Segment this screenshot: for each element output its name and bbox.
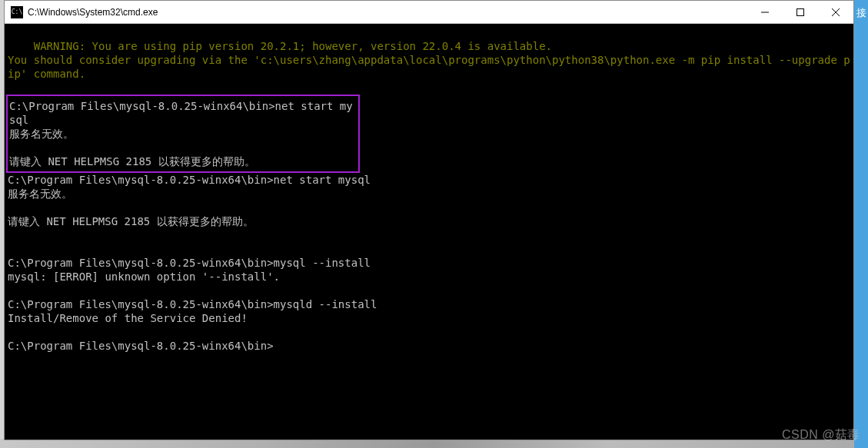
close-button[interactable] <box>818 1 853 24</box>
output-line: mysql: [ERROR] unknown option '--install… <box>8 270 280 283</box>
output-line: 服务名无效。 <box>9 128 74 140</box>
pip-warning-line2: You should consider upgrading via the 'c… <box>8 54 850 80</box>
prompt-line: C:\Program Files\mysql-8.0.25-winx64\bin… <box>8 174 371 186</box>
window-title: C:\Windows\System32\cmd.exe <box>28 7 747 18</box>
svg-rect-1 <box>797 8 804 15</box>
prompt-cursor: C:\Program Files\mysql-8.0.25-winx64\bin… <box>8 340 274 352</box>
prompt-line: C:\Program Files\mysql-8.0.25-winx64\bin… <box>8 298 377 310</box>
titlebar[interactable]: C:\ C:\Windows\System32\cmd.exe <box>5 1 853 24</box>
output-line: 服务名无效。 <box>8 187 72 200</box>
maximize-button[interactable] <box>783 1 818 24</box>
terminal-output[interactable]: WARNING: You are using pip version 20.2.… <box>5 24 853 440</box>
window-controls <box>747 1 853 24</box>
cmd-window: C:\ C:\Windows\System32\cmd.exe WARNING:… <box>4 0 854 440</box>
blank-line <box>8 81 850 95</box>
output-line: 请键入 NET HELPMSG 2185 以获得更多的帮助。 <box>8 215 254 227</box>
side-tab[interactable]: 接 <box>854 0 868 448</box>
prompt-line: C:\Program Files\mysql-8.0.25-winx64\bin… <box>8 257 371 269</box>
output-line: Install/Remove of the Service Denied! <box>8 312 248 324</box>
output-line: 请键入 NET HELPMSG 2185 以获得更多的帮助。 <box>9 155 255 168</box>
cmd-icon: C:\ <box>11 6 23 18</box>
minimize-button[interactable] <box>747 1 783 24</box>
highlighted-block: C:\Program Files\mysql-8.0.25-winx64\bin… <box>6 95 360 173</box>
prompt-line: C:\Program Files\mysql-8.0.25-winx64\bin… <box>9 100 353 126</box>
pip-warning-line1: WARNING: You are using pip version 20.2.… <box>34 40 552 52</box>
